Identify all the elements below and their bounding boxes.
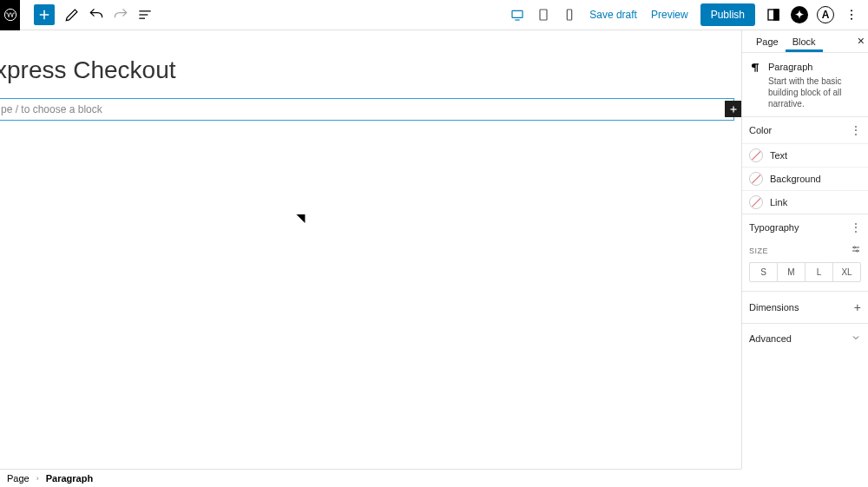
more-options-icon[interactable] xyxy=(838,2,865,28)
add-block-button[interactable] xyxy=(34,4,55,25)
save-draft-button[interactable]: Save draft xyxy=(582,9,644,21)
document-outline-icon[interactable] xyxy=(135,4,155,25)
block-header: Paragraph Start with the basic building … xyxy=(742,53,868,116)
size-s-button[interactable]: S xyxy=(750,263,778,281)
size-l-button[interactable]: L xyxy=(806,263,833,281)
advanced-panel: Advanced xyxy=(742,323,868,353)
typography-title-label: Typography xyxy=(749,222,799,233)
dimensions-panel: Dimensions + xyxy=(742,291,868,323)
wordpress-logo-icon[interactable] xyxy=(0,0,20,30)
svg-rect-11 xyxy=(774,10,779,20)
color-link-label: Link xyxy=(770,197,787,207)
color-background-label: Background xyxy=(770,174,821,184)
paragraph-icon xyxy=(749,62,761,109)
toolbar-right: Save draft Preview Publish ✦ A xyxy=(504,2,868,28)
redo-icon[interactable] xyxy=(110,4,131,25)
desktop-view-icon[interactable] xyxy=(504,2,530,28)
sidebar-tabs: Page Block × xyxy=(742,30,868,53)
block-input[interactable] xyxy=(0,98,734,121)
dimensions-row[interactable]: Dimensions + xyxy=(742,292,868,323)
block-header-text: Paragraph Start with the basic building … xyxy=(768,62,861,109)
settings-panel-icon[interactable] xyxy=(760,2,786,28)
color-options-icon[interactable]: ⋮ xyxy=(851,124,861,136)
typography-panel-title[interactable]: Typography ⋮ xyxy=(742,214,868,240)
undo-icon[interactable] xyxy=(86,4,107,25)
color-background-row[interactable]: Background xyxy=(742,167,868,190)
preview-button[interactable]: Preview xyxy=(644,9,695,21)
jetpack-icon[interactable]: ✦ xyxy=(786,2,812,28)
size-button-group: S M L XL xyxy=(749,262,861,282)
svg-rect-9 xyxy=(568,10,572,20)
color-title-label: Color xyxy=(749,125,772,135)
tab-page[interactable]: Page xyxy=(749,31,786,52)
svg-point-20 xyxy=(857,250,858,252)
color-swatch-icon xyxy=(749,195,763,209)
paragraph-block xyxy=(0,98,741,121)
block-name: Paragraph xyxy=(768,62,861,72)
breadcrumb-current[interactable]: Paragraph xyxy=(46,473,93,484)
typography-options-icon[interactable]: ⋮ xyxy=(851,221,861,234)
svg-rect-6 xyxy=(512,10,523,17)
chevron-down-icon[interactable] xyxy=(851,332,861,345)
color-swatch-icon xyxy=(749,148,763,162)
color-panel-title[interactable]: Color ⋮ xyxy=(742,117,868,143)
mouse-cursor-icon: ◥ xyxy=(297,212,305,224)
dimensions-label: Dimensions xyxy=(749,302,799,313)
svg-point-18 xyxy=(854,247,856,248)
main-area: xpress Checkout ◥ Page Block × Paragraph… xyxy=(0,30,868,469)
color-panel: Color ⋮ Text Background Link xyxy=(742,116,868,214)
typography-panel: Typography ⋮ SIZE S M L XL xyxy=(742,214,868,291)
size-xl-button[interactable]: XL xyxy=(833,263,860,281)
size-label: SIZE xyxy=(749,247,768,255)
color-text-label: Text xyxy=(770,150,787,161)
tab-block[interactable]: Block xyxy=(786,31,823,52)
page-title[interactable]: xpress Checkout xyxy=(0,30,741,84)
publish-button[interactable]: Publish xyxy=(700,3,755,26)
svg-rect-8 xyxy=(540,10,547,20)
tablet-view-icon[interactable] xyxy=(530,2,556,28)
size-m-button[interactable]: M xyxy=(778,263,806,281)
color-link-row[interactable]: Link xyxy=(742,190,868,214)
breadcrumb-root[interactable]: Page xyxy=(7,473,30,484)
top-toolbar: Save draft Preview Publish ✦ A xyxy=(0,0,868,30)
inline-add-block-button[interactable] xyxy=(725,101,741,117)
block-description: Start with the basic building block of a… xyxy=(768,76,861,109)
svg-point-14 xyxy=(851,18,852,20)
advanced-row[interactable]: Advanced xyxy=(742,324,868,353)
edit-tool-icon[interactable] xyxy=(62,4,82,25)
settings-sidebar: Page Block × Paragraph Start with the ba… xyxy=(741,30,868,469)
breadcrumb-separator-icon: › xyxy=(36,474,39,483)
mobile-view-icon[interactable] xyxy=(556,2,582,28)
custom-size-icon[interactable] xyxy=(851,244,861,257)
add-dimensions-icon[interactable]: + xyxy=(854,300,861,314)
plugins-icon[interactable]: A xyxy=(812,2,838,28)
svg-point-0 xyxy=(4,9,16,20)
toolbar-left xyxy=(0,0,157,30)
color-swatch-icon xyxy=(749,172,763,186)
color-text-row[interactable]: Text xyxy=(742,143,868,167)
editor-canvas: xpress Checkout ◥ xyxy=(0,30,741,469)
breadcrumb: Page › Paragraph xyxy=(0,469,741,487)
svg-point-13 xyxy=(851,14,852,16)
close-sidebar-icon[interactable]: × xyxy=(858,34,865,48)
font-size-control: SIZE S M L XL xyxy=(742,240,868,291)
advanced-label: Advanced xyxy=(749,333,792,344)
svg-point-12 xyxy=(851,10,852,11)
